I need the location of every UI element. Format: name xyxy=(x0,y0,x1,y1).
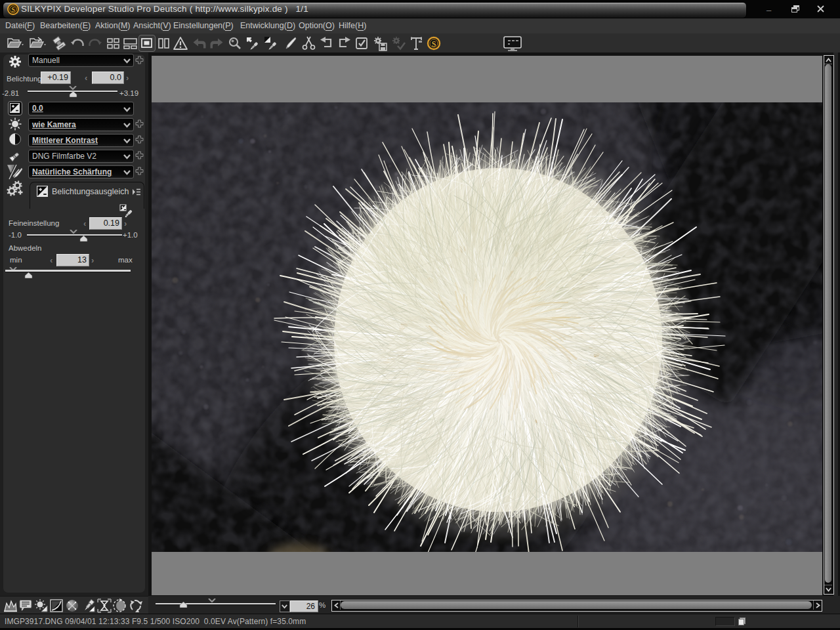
svg-text:S: S xyxy=(11,6,15,13)
svg-text:S: S xyxy=(432,39,436,49)
